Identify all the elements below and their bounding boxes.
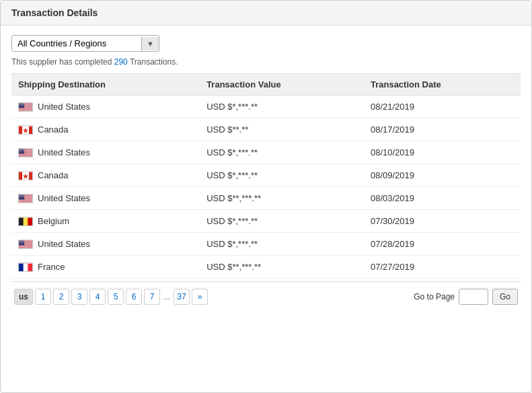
goto-input[interactable] (459, 289, 488, 305)
svg-point-79 (24, 196, 24, 196)
country-name: France (38, 262, 65, 272)
table-row: United States USD $*,***.**08/10/2019 (11, 141, 521, 164)
svg-point-41 (22, 149, 22, 149)
svg-point-102 (24, 240, 24, 241)
svg-point-113 (23, 242, 24, 243)
svg-point-39 (20, 149, 21, 149)
svg-point-105 (21, 242, 22, 242)
page-2[interactable]: 2 (53, 289, 69, 305)
page-last[interactable]: 37 (174, 289, 190, 305)
transactions-count-link[interactable]: 290 (114, 57, 128, 67)
destination-inner: United States (18, 102, 193, 112)
page-current-label[interactable]: us (14, 289, 33, 305)
svg-point-22 (21, 105, 22, 106)
svg-rect-6 (19, 110, 32, 111)
table-row: Canada USD $**.**08/17/2019 (11, 118, 521, 141)
svg-point-83 (22, 196, 22, 197)
destination-inner: United States (18, 239, 193, 249)
svg-point-112 (22, 242, 22, 243)
svg-point-111 (21, 242, 22, 243)
svg-point-48 (23, 150, 24, 151)
value-cell: USD $*,***.** (200, 96, 364, 118)
svg-point-44 (19, 150, 20, 151)
goto-button[interactable]: Go (492, 289, 518, 305)
value-cell: USD $**,***.** (200, 187, 364, 210)
country-name: Belgium (38, 216, 69, 226)
svg-rect-94 (19, 246, 32, 247)
svg-point-73 (24, 194, 24, 195)
value-cell: USD $**,***.** (200, 256, 364, 279)
svg-point-97 (19, 240, 20, 241)
svg-point-8 (19, 103, 20, 104)
country-filter-select[interactable]: All Countries / Regions (12, 36, 141, 51)
svg-point-71 (22, 194, 22, 195)
destination-inner: Belgium (18, 216, 193, 226)
svg-point-20 (19, 105, 20, 106)
panel-body: All Countries / Regions ▼ This supplier … (1, 26, 531, 314)
svg-rect-66 (19, 202, 32, 203)
svg-point-47 (22, 150, 22, 151)
svg-point-100 (22, 240, 22, 241)
value-cell: USD $*,***.** (200, 141, 364, 164)
date-cell: 07/30/2019 (364, 210, 521, 233)
svg-point-74 (19, 196, 20, 196)
country-name: Canada (38, 124, 69, 135)
svg-rect-35 (19, 155, 32, 155)
country-filter-wrapper[interactable]: All Countries / Regions ▼ (11, 35, 159, 52)
svg-point-110 (20, 242, 21, 243)
svg-rect-64 (19, 199, 32, 200)
svg-point-9 (20, 103, 21, 104)
svg-point-46 (21, 150, 22, 151)
svg-rect-36 (19, 156, 32, 157)
destination-inner: France (18, 262, 193, 272)
destination-cell: France (11, 256, 200, 279)
svg-point-14 (19, 104, 20, 105)
svg-point-81 (20, 196, 21, 197)
page-5[interactable]: 5 (108, 289, 124, 305)
page-6[interactable]: 6 (126, 289, 142, 305)
page-3[interactable]: 3 (71, 289, 87, 305)
svg-point-103 (19, 242, 20, 242)
value-cell: USD $*,***.** (200, 233, 364, 256)
svg-point-49 (24, 150, 24, 151)
svg-rect-27 (19, 126, 22, 134)
svg-point-84 (23, 196, 24, 197)
svg-point-38 (19, 149, 20, 149)
svg-rect-57 (19, 172, 22, 180)
page-1[interactable]: 1 (35, 289, 51, 305)
info-prefix: This supplier has completed (11, 57, 114, 67)
dropdown-arrow-icon[interactable]: ▼ (141, 37, 159, 50)
table-body: United States USD $*,***.**08/21/2019 Ca… (11, 96, 521, 279)
country-name: United States (38, 102, 90, 112)
svg-point-43 (24, 149, 24, 149)
svg-point-52 (21, 151, 22, 151)
svg-point-55 (24, 151, 24, 151)
svg-point-15 (20, 104, 21, 105)
us-flag-icon (18, 102, 33, 112)
destination-cell: United States (11, 141, 200, 164)
date-cell: 08/09/2019 (364, 164, 521, 187)
col-value: Transaction Value (200, 74, 364, 96)
svg-point-104 (20, 242, 21, 242)
be-flag-icon (18, 217, 33, 226)
pagination-pages: us 1 2 3 4 5 6 7 ... 37 » (14, 289, 208, 305)
svg-rect-7 (19, 103, 24, 108)
date-cell: 08/21/2019 (364, 96, 521, 118)
svg-rect-28 (29, 126, 32, 134)
value-cell: USD $*,***.** (200, 210, 364, 233)
date-cell: 07/28/2019 (364, 233, 521, 256)
svg-rect-96 (19, 240, 24, 245)
value-cell: USD $**.** (200, 118, 364, 141)
svg-point-12 (23, 103, 24, 104)
svg-point-16 (21, 104, 22, 105)
table-row: United States USD $*,***.**07/28/2019 (11, 233, 521, 256)
page-7[interactable]: 7 (144, 289, 160, 305)
transactions-table: Shipping Destination Transaction Value T… (11, 73, 521, 279)
svg-rect-95 (19, 248, 32, 248)
filter-row: All Countries / Regions ▼ (11, 35, 521, 52)
destination-inner: United States (18, 193, 193, 203)
page-next-icon[interactable]: » (192, 289, 208, 305)
page-4[interactable]: 4 (89, 289, 106, 305)
svg-rect-88 (28, 217, 32, 225)
svg-point-17 (22, 104, 22, 105)
